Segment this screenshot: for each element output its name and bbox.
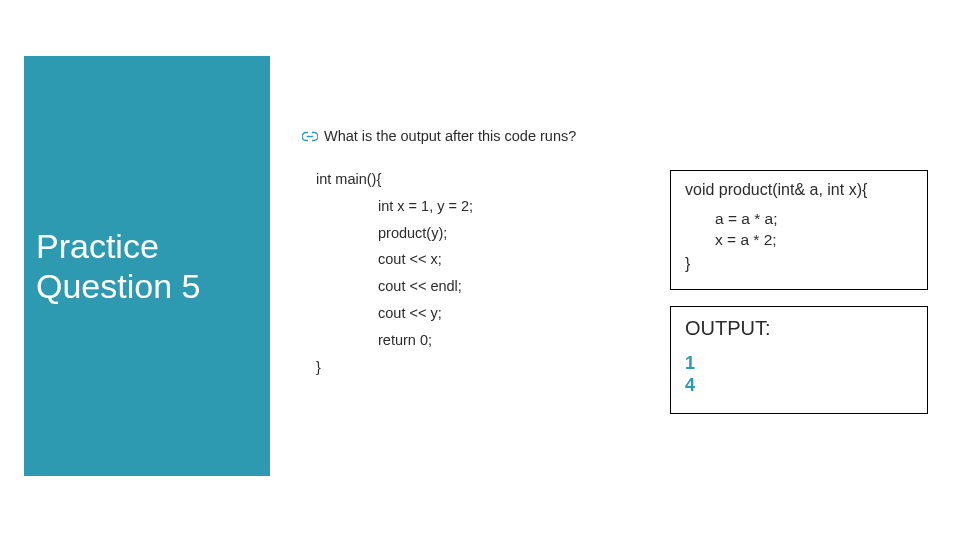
output-box: OUTPUT: 1 4 [670,306,928,414]
function-signature: void product(int& a, int x){ [685,181,915,199]
code-line: cout << x; [316,246,642,273]
code-line: product(y); [316,220,642,247]
title-line-2: Question 5 [36,267,200,305]
question-text: What is the output after this code runs? [324,128,576,144]
title-sidebar: Practice Question 5 [24,56,270,476]
output-line-1: 1 [685,352,915,375]
code-line: int main(){ [316,166,642,193]
code-line: x = a * 2; [715,230,915,251]
function-body: a = a * a; x = a * 2; [685,209,915,251]
main-content: What is the output after this code runs?… [302,128,642,381]
right-pane: void product(int& a, int x){ a = a * a; … [670,170,928,430]
code-line: } [316,354,642,381]
function-close: } [685,255,915,273]
code-line: cout << endl; [316,273,642,300]
code-line: return 0; [316,327,642,354]
code-line: cout << y; [316,300,642,327]
code-line: a = a * a; [715,209,915,230]
main-code-block: int main(){ int x = 1, y = 2; product(y)… [316,166,642,381]
slide-title: Practice Question 5 [36,226,258,306]
bullet-link-icon [302,131,318,142]
code-line: int x = 1, y = 2; [316,193,642,220]
output-line-2: 4 [685,374,915,397]
output-label: OUTPUT: [685,317,915,340]
title-line-1: Practice [36,227,159,265]
question-row: What is the output after this code runs? [302,128,642,144]
function-definition-box: void product(int& a, int x){ a = a * a; … [670,170,928,290]
output-values: 1 4 [685,352,915,397]
